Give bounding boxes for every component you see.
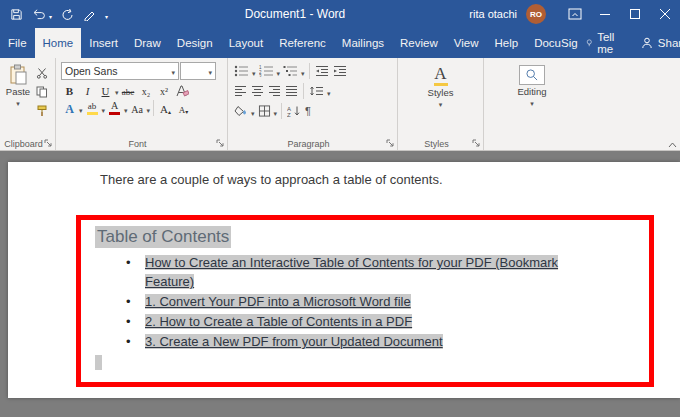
font-name-select[interactable]: Open Sans	[61, 62, 179, 80]
tell-me-button[interactable]: Tell me	[586, 31, 619, 55]
draw-button[interactable]	[83, 8, 96, 21]
editing-button[interactable]: Editing	[487, 61, 577, 137]
paragraph-group: 123	[228, 58, 398, 150]
save-icon	[10, 8, 23, 21]
tab-review[interactable]: Review	[392, 28, 446, 58]
underline-button[interactable]: U	[97, 82, 114, 98]
subscript-button[interactable]: x₂	[138, 82, 155, 98]
styles-icon-accent	[434, 83, 448, 86]
align-right-icon	[268, 85, 281, 97]
bullet-icon: •	[126, 253, 131, 272]
line-spacing-button[interactable]	[308, 83, 325, 99]
bold-button[interactable]: B	[61, 82, 78, 98]
format-painter-button[interactable]	[33, 103, 51, 118]
align-center-button[interactable]	[250, 83, 265, 99]
tab-draw[interactable]: Draw	[126, 28, 169, 58]
sort-button[interactable]: AZ	[286, 103, 302, 119]
tab-design[interactable]: Design	[169, 28, 221, 58]
account-name[interactable]: rita otachi	[469, 8, 517, 20]
tab-layout[interactable]: Layout	[221, 28, 272, 58]
grow-font-button[interactable]: A▴	[157, 100, 174, 116]
chevron-down-icon	[16, 98, 20, 108]
cut-button[interactable]	[33, 65, 51, 80]
separator	[309, 63, 310, 79]
styles-icon: A	[434, 65, 446, 82]
font-size-select[interactable]	[180, 62, 216, 80]
tab-mailings[interactable]: Mailings	[334, 28, 392, 58]
text-effects-button[interactable]: A	[61, 100, 78, 116]
toc-link[interactable]: 2. How to Create a Table of Contents in …	[145, 314, 412, 329]
list-item: • 3. Create a New PDF from your Updated …	[117, 332, 587, 351]
font-color-swatch	[109, 112, 120, 115]
tab-home[interactable]: Home	[35, 28, 82, 58]
titlebar-right: rita otachi RO	[469, 0, 680, 28]
strikethrough-button[interactable]: abe	[120, 82, 137, 98]
superscript-button[interactable]: x²	[156, 82, 173, 98]
svg-text:A: A	[287, 106, 291, 112]
tab-insert[interactable]: Insert	[81, 28, 126, 58]
tab-docusign[interactable]: DocuSig	[526, 28, 585, 58]
undo-button[interactable]	[32, 6, 52, 22]
ribbon-display-options-icon	[568, 8, 582, 20]
styles-dialog-launcher[interactable]	[472, 139, 481, 148]
copy-button[interactable]	[33, 84, 51, 99]
font-dialog-launcher[interactable]	[216, 139, 225, 148]
chevron-down-icon	[274, 103, 278, 119]
chevron-up-icon	[668, 142, 677, 148]
tab-references[interactable]: Referenc	[271, 28, 334, 58]
tab-help[interactable]: Help	[486, 28, 526, 58]
toc-link[interactable]: How to Create an Interactive Table of Co…	[145, 255, 558, 289]
ribbon-display-options-button[interactable]	[560, 0, 590, 28]
editing-group: Editing	[484, 58, 580, 150]
increase-indent-button[interactable]	[332, 63, 348, 79]
separator	[303, 83, 304, 99]
redo-button[interactable]	[61, 8, 74, 21]
bullet-icon: •	[126, 312, 131, 331]
tab-file[interactable]: File	[0, 28, 35, 58]
chevron-down-icon	[79, 100, 83, 116]
minimize-button[interactable]	[590, 0, 620, 28]
shading-button[interactable]	[233, 103, 249, 119]
paragraph-dialog-launcher[interactable]	[386, 139, 395, 148]
clipboard-mini-buttons	[33, 61, 51, 118]
align-left-button[interactable]	[233, 83, 248, 99]
change-case-button[interactable]: Aa	[129, 100, 146, 116]
numbering-button[interactable]: 123	[258, 63, 275, 79]
maximize-button[interactable]	[620, 0, 650, 28]
document-page[interactable]: There are a couple of ways to approach a…	[8, 162, 680, 398]
copy-icon	[36, 86, 48, 98]
share-button[interactable]: Share	[641, 37, 680, 49]
paste-button[interactable]: Paste	[3, 61, 33, 118]
decrease-indent-button[interactable]	[314, 63, 330, 79]
avatar[interactable]: RO	[526, 4, 546, 24]
styles-button[interactable]: A Styles	[401, 61, 480, 137]
svg-text:3: 3	[259, 74, 262, 77]
highlight-color-button[interactable]: ab	[84, 100, 101, 116]
chevron-down-icon	[301, 63, 305, 79]
paint-bucket-icon	[234, 105, 248, 117]
toc-link[interactable]: 1. Convert Your PDF into a Microsoft Wor…	[145, 294, 411, 309]
svg-text:Z: Z	[287, 112, 291, 117]
tabs-right-cluster: Tell me Share	[586, 28, 680, 58]
shrink-font-button[interactable]: A▾	[175, 100, 192, 116]
quick-access-toolbar	[0, 6, 108, 22]
show-formatting-marks-button[interactable]: ¶	[304, 103, 312, 119]
save-button[interactable]	[10, 8, 23, 21]
borders-button[interactable]	[257, 103, 272, 119]
customize-qat-button[interactable]	[105, 6, 108, 22]
scissors-icon	[36, 67, 48, 79]
justify-button[interactable]	[284, 83, 299, 99]
collapse-ribbon-button[interactable]	[668, 142, 677, 148]
clear-formatting-button[interactable]	[174, 82, 191, 98]
close-button[interactable]	[650, 0, 680, 28]
tab-view[interactable]: View	[446, 28, 487, 58]
bullets-button[interactable]	[233, 63, 250, 79]
align-right-button[interactable]	[267, 83, 282, 99]
redo-icon	[61, 8, 74, 21]
italic-button[interactable]: I	[79, 82, 96, 98]
toc-link[interactable]: 3. Create a New PDF from your Updated Do…	[145, 334, 443, 349]
clipboard-dialog-launcher[interactable]	[44, 139, 53, 148]
font-color-button[interactable]: A	[106, 100, 123, 116]
intro-paragraph: There are a couple of ways to approach a…	[100, 172, 443, 187]
multilevel-list-button[interactable]	[282, 63, 299, 79]
